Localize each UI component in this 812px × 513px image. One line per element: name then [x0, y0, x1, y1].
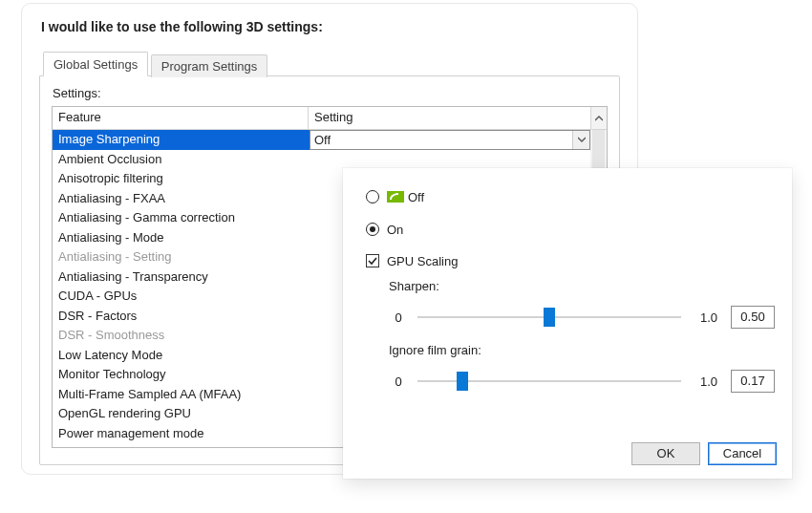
cancel-button[interactable]: Cancel [708, 442, 777, 465]
film-grain-label: Ignore film grain: [389, 343, 775, 357]
feature-cell: Monitor Technology [53, 365, 309, 385]
table-header: Feature Setting [53, 107, 607, 130]
film-grain-min: 0 [389, 374, 408, 389]
tab-global-settings[interactable]: Global Settings [43, 52, 148, 76]
ok-button[interactable]: OK [631, 442, 700, 465]
svg-rect-0 [387, 191, 404, 203]
radio-on-label: On [387, 223, 403, 237]
checkmark-icon [368, 256, 377, 266]
nvidia-logo-icon [387, 191, 404, 203]
sharpen-slider[interactable] [417, 308, 681, 327]
gpu-scaling-label: GPU Scaling [387, 254, 458, 268]
sharpen-min: 0 [389, 310, 408, 325]
tab-program-settings[interactable]: Program Settings [151, 54, 267, 77]
feature-cell: Power management mode [53, 424, 309, 444]
feature-cell: Antialiasing - FXAA [53, 189, 309, 209]
radio-off[interactable]: Off [366, 185, 775, 208]
sharpen-slider-row: 0 1.0 0.50 [389, 303, 775, 331]
tab-bar: Global Settings Program Settings [43, 52, 620, 76]
setting-dropdown-value: Off [314, 133, 331, 147]
film-grain-value[interactable]: 0.17 [731, 370, 775, 393]
feature-cell: Multi-Frame Sampled AA (MFAA) [53, 385, 309, 405]
column-setting[interactable]: Setting [309, 107, 590, 129]
radio-off-circle [366, 190, 379, 203]
sharpen-thumb[interactable] [544, 308, 555, 327]
film-grain-slider[interactable] [417, 372, 681, 391]
chevron-up-icon [595, 116, 603, 121]
setting-cell [309, 150, 607, 170]
feature-cell: Low Latency Mode [53, 346, 309, 366]
feature-cell: Anisotropic filtering [53, 169, 309, 189]
feature-cell: Antialiasing - Setting [53, 247, 309, 267]
scroll-up-button[interactable] [590, 107, 607, 129]
feature-cell: Antialiasing - Mode [53, 228, 309, 248]
film-grain-slider-row: 0 1.0 0.17 [389, 367, 775, 395]
feature-cell: Antialiasing - Transparency [53, 267, 309, 288]
table-row[interactable]: Ambient Occlusion [53, 150, 607, 170]
checkbox-box [366, 254, 379, 267]
film-grain-max: 1.0 [691, 374, 717, 389]
feature-cell: Antialiasing - Gamma correction [53, 208, 309, 228]
checkbox-gpu-scaling[interactable]: GPU Scaling [366, 250, 775, 271]
image-sharpening-popup: Off On GPU Scaling Sharpen: 0 1.0 0.50 I… [343, 168, 792, 479]
sharpen-group: Sharpen: 0 1.0 0.50 Ignore film grain: 0… [389, 279, 775, 395]
sharpen-label: Sharpen: [389, 279, 775, 293]
film-grain-thumb[interactable] [457, 372, 468, 391]
radio-on-circle [366, 223, 379, 236]
setting-dropdown[interactable]: Off [310, 130, 590, 150]
page-heading: I would like to use the following 3D set… [41, 19, 620, 34]
dropdown-arrow-button[interactable] [572, 131, 589, 149]
feature-cell: OpenGL rendering GPU [53, 404, 309, 424]
radio-on[interactable]: On [366, 218, 775, 241]
feature-cell: DSR - Factors [53, 307, 309, 327]
chevron-down-icon [578, 137, 586, 142]
settings-label: Settings: [53, 86, 608, 100]
radio-off-label: Off [408, 190, 424, 204]
popup-button-row: OK Cancel [631, 442, 777, 465]
sharpen-value[interactable]: 0.50 [731, 306, 775, 329]
feature-cell: Ambient Occlusion [53, 150, 309, 170]
feature-cell: DSR - Smoothness [53, 326, 309, 346]
column-feature[interactable]: Feature [53, 107, 309, 129]
feature-cell: CUDA - GPUs [53, 287, 309, 307]
radio-on-dot [370, 226, 375, 232]
feature-cell: Image Sharpening [53, 130, 309, 150]
sharpen-max: 1.0 [691, 310, 717, 325]
